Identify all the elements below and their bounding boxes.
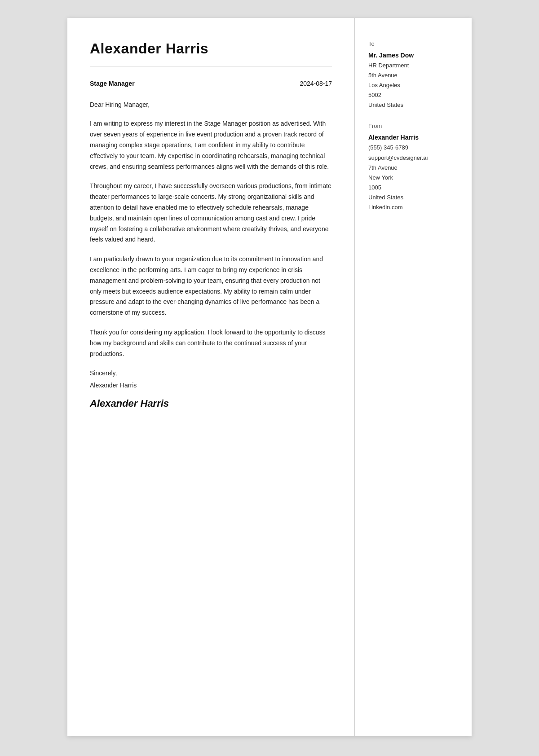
cover-letter-page: Alexander Harris Stage Manager 2024-08-1…	[67, 18, 472, 736]
from-street: 7th Avenue	[368, 163, 458, 173]
letter-date: 2024-08-17	[300, 80, 332, 87]
divider	[90, 66, 332, 66]
to-city: Los Angeles	[368, 80, 458, 90]
from-email: support@cvdesigner.ai	[368, 153, 458, 163]
to-name: Mr. James Dow	[368, 52, 458, 59]
from-city: New York	[368, 173, 458, 183]
letter-paragraph-4: Thank you for considering my application…	[90, 327, 332, 359]
letter-paragraph-2: Throughout my career, I have successfull…	[90, 181, 332, 245]
letter-salutation: Dear Hiring Manager,	[90, 100, 332, 110]
to-country: United States	[368, 100, 458, 110]
letter-paragraph-1: I am writing to express my interest in t…	[90, 119, 332, 172]
right-column: To Mr. James Dow HR Department 5th Avenu…	[355, 18, 472, 736]
from-country: United States	[368, 193, 458, 202]
to-label: To	[368, 40, 458, 47]
from-section: From Alexander Harris (555) 345-6789 sup…	[368, 123, 458, 212]
to-section: To Mr. James Dow HR Department 5th Avenu…	[368, 40, 458, 110]
letter-meta: Stage Manager 2024-08-17	[90, 80, 332, 87]
letter-paragraph-3: I am particularly drawn to your organiza…	[90, 254, 332, 318]
from-website: Linkedin.com	[368, 202, 458, 212]
applicant-name-heading: Alexander Harris	[90, 40, 332, 57]
from-name: Alexander Harris	[368, 134, 458, 141]
letter-closing-name: Alexander Harris	[90, 382, 332, 389]
letter-closing: Sincerely,	[90, 368, 332, 379]
from-zip: 1005	[368, 183, 458, 193]
letter-signature: Alexander Harris	[90, 398, 332, 409]
to-zip: 5002	[368, 90, 458, 100]
letter-position: Stage Manager	[90, 80, 135, 87]
from-phone: (555) 345-6789	[368, 143, 458, 153]
left-column: Alexander Harris Stage Manager 2024-08-1…	[67, 18, 355, 736]
to-department: HR Department	[368, 61, 458, 70]
to-street: 5th Avenue	[368, 70, 458, 80]
from-label: From	[368, 123, 458, 129]
